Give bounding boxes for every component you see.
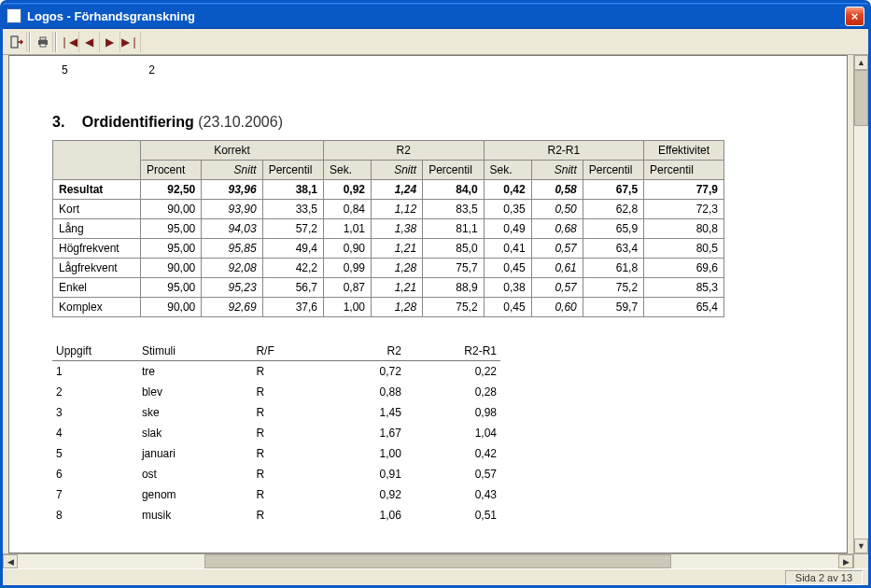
- section-heading: 3. Ordidentifiering (23.10.2006): [52, 114, 804, 131]
- vertical-scroll-track[interactable]: [854, 70, 868, 539]
- vertical-scroll-thumb[interactable]: [854, 70, 868, 126]
- uppgift-row: 5januariR1,000,42: [52, 443, 500, 464]
- uppgift-row: 8musikR1,060,51: [52, 505, 500, 525]
- uppgift-table: Uppgift Stimuli R/F R2 R2-R1 1treR0,720,…: [52, 342, 500, 525]
- result-row: Resultat92,5093,9638,10,921,2484,00,420,…: [53, 180, 724, 200]
- uppgift-header-row: Uppgift Stimuli R/F R2 R2-R1: [52, 342, 500, 361]
- svg-rect-0: [11, 36, 18, 48]
- horizontal-scrollbar[interactable]: ◀ ▶: [3, 553, 868, 568]
- result-row: Lågfrekvent90,0092,0842,20,991,2875,70,4…: [53, 259, 724, 278]
- uppgift-row: 3skeR1,450,98: [52, 402, 500, 423]
- last-page-button[interactable]: ▶❘: [120, 32, 141, 52]
- header-row-groups: Korrekt R2 R2-R1 Effektivitet: [53, 141, 724, 161]
- exit-button[interactable]: [7, 32, 27, 52]
- close-button[interactable]: ×: [845, 7, 864, 26]
- exit-icon: [9, 35, 24, 49]
- svg-rect-2: [40, 37, 46, 40]
- svg-rect-3: [40, 44, 46, 47]
- scroll-right-button[interactable]: ▶: [838, 554, 853, 568]
- scroll-down-button[interactable]: ▼: [854, 539, 868, 553]
- result-row: Enkel95,0095,2356,70,871,2188,90,380,577…: [53, 278, 724, 298]
- page-preview: 5 2 3. Ordidentifiering (23.10.2006): [8, 55, 848, 553]
- print-button[interactable]: [33, 32, 53, 52]
- toolbar: ❘◀ ◀ ▶ ▶❘: [3, 29, 868, 55]
- page-viewport: 5 2 3. Ordidentifiering (23.10.2006): [3, 55, 853, 553]
- horizontal-scroll-thumb[interactable]: [204, 554, 671, 568]
- content-area: 5 2 3. Ordidentifiering (23.10.2006): [3, 55, 868, 553]
- uppgift-row: 7genomR0,920,43: [52, 484, 500, 505]
- prev-page-button[interactable]: ◀: [79, 32, 100, 52]
- result-table: Korrekt R2 R2-R1 Effektivitet Procent Sn…: [52, 140, 724, 317]
- result-row: Högfrekvent95,0095,8549,40,901,2185,00,4…: [53, 239, 724, 259]
- previous-section-fragment: 5 2: [62, 63, 804, 77]
- uppgift-row: 6ostR0,910,57: [52, 464, 500, 484]
- result-row: Kort90,0093,9033,50,841,1283,50,350,5062…: [53, 200, 724, 219]
- result-row: Komplex90,0092,6937,61,001,2875,20,450,6…: [53, 298, 724, 317]
- scroll-up-button[interactable]: ▲: [854, 55, 868, 70]
- header-row-columns: Procent Snitt Percentil Sek. Snitt Perce…: [53, 161, 724, 180]
- app-icon: [7, 8, 21, 23]
- window-title: Logos - Förhandsgranskning: [27, 9, 845, 23]
- titlebar: Logos - Förhandsgranskning ×: [3, 3, 868, 29]
- page-indicator: Sida 2 av 13: [785, 570, 863, 585]
- next-page-button[interactable]: ▶: [100, 32, 120, 52]
- printer-icon: [35, 35, 50, 49]
- horizontal-scroll-track[interactable]: [18, 554, 838, 568]
- vertical-scrollbar[interactable]: ▲ ▼: [853, 55, 868, 553]
- result-row: Lång95,0094,0357,21,011,3881,10,490,6865…: [53, 219, 724, 239]
- uppgift-row: 2blevR0,880,28: [52, 382, 500, 402]
- scroll-left-button[interactable]: ◀: [3, 554, 18, 568]
- uppgift-row: 1treR0,720,22: [52, 361, 500, 383]
- statusbar: Sida 2 av 13: [3, 568, 868, 585]
- uppgift-row: 4slakR1,671,04: [52, 423, 500, 443]
- preview-window: Logos - Förhandsgranskning × ❘◀ ◀ ▶ ▶❘: [0, 0, 871, 588]
- first-page-button[interactable]: ❘◀: [59, 32, 79, 52]
